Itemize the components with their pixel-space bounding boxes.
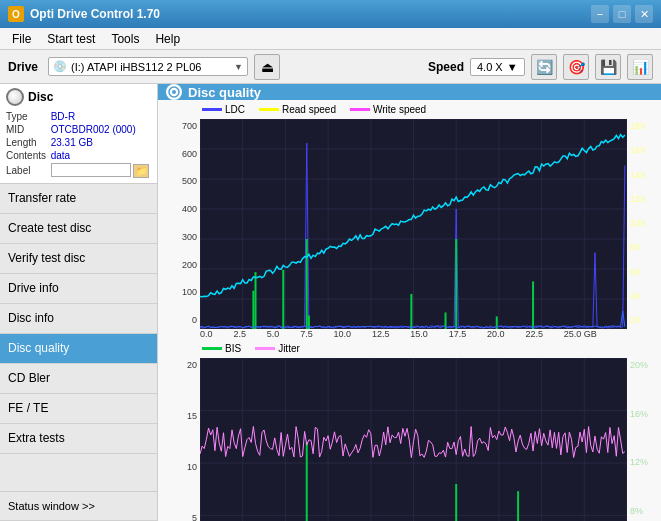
refresh-button[interactable]: 🔄 bbox=[531, 54, 557, 80]
svg-point-1 bbox=[172, 90, 176, 94]
chart2-y-axis: 20 15 10 5 bbox=[162, 358, 200, 521]
contents-label: Contents bbox=[6, 149, 51, 162]
chart1-canvas bbox=[200, 119, 627, 329]
mid-value: OTCBDR002 (000) bbox=[51, 123, 151, 136]
drive-icon: 💿 bbox=[53, 60, 67, 73]
chart1-legend: LDC Read speed Write speed bbox=[162, 104, 657, 115]
type-value: BD-R bbox=[51, 110, 151, 123]
speed-value: 4.0 X bbox=[477, 61, 503, 73]
cd-bler-label: CD Bler bbox=[8, 371, 50, 385]
nav-transfer-rate[interactable]: Transfer rate bbox=[0, 184, 157, 214]
app-title: Opti Drive Control 1.70 bbox=[30, 7, 160, 21]
nav-disc-info[interactable]: Disc info bbox=[0, 304, 157, 334]
disc-quality-icon bbox=[166, 84, 182, 100]
write-speed-label: Write speed bbox=[373, 104, 426, 115]
disc-section-label: Disc bbox=[28, 90, 53, 104]
label-field-cell: 📁 bbox=[51, 162, 151, 179]
disc-quality-label: Disc quality bbox=[8, 341, 69, 355]
disc-icon bbox=[6, 88, 24, 106]
bis-label: BIS bbox=[225, 343, 241, 354]
eject-button[interactable]: ⏏ bbox=[254, 54, 280, 80]
type-label: Type bbox=[6, 110, 51, 123]
legend-read-speed: Read speed bbox=[259, 104, 336, 115]
create-test-disc-label: Create test disc bbox=[8, 221, 91, 235]
disc-info-panel: Disc Type BD-R MID OTCBDR002 (000) Lengt… bbox=[0, 84, 157, 184]
status-window-label: Status window >> bbox=[8, 500, 95, 512]
toolbar: Drive 💿 (I:) ATAPI iHBS112 2 PL06 ▼ ⏏ Sp… bbox=[0, 50, 661, 84]
drive-label: Drive bbox=[8, 60, 38, 74]
write-speed-color bbox=[350, 108, 370, 111]
mid-label: MID bbox=[6, 123, 51, 136]
content-title: Disc quality bbox=[188, 85, 261, 100]
read-speed-color bbox=[259, 108, 279, 111]
title-controls: − □ ✕ bbox=[591, 5, 653, 23]
drive-info-label: Drive info bbox=[8, 281, 59, 295]
speed-label: Speed bbox=[428, 60, 464, 74]
charts-area: LDC Read speed Write speed 700 600 500 4… bbox=[158, 100, 661, 521]
maximize-button[interactable]: □ bbox=[613, 5, 631, 23]
ldc-label: LDC bbox=[225, 104, 245, 115]
read-speed-label: Read speed bbox=[282, 104, 336, 115]
nav-cd-bler[interactable]: CD Bler bbox=[0, 364, 157, 394]
verify-test-disc-label: Verify test disc bbox=[8, 251, 85, 265]
speed-select[interactable]: 4.0 X ▼ bbox=[470, 58, 525, 76]
legend-write-speed: Write speed bbox=[350, 104, 426, 115]
title-bar-left: O Opti Drive Control 1.70 bbox=[8, 6, 160, 22]
chart1-y-axis: 700 600 500 400 300 200 100 0 bbox=[162, 119, 200, 339]
disc-info-label: Disc info bbox=[8, 311, 54, 325]
legend-ldc: LDC bbox=[202, 104, 245, 115]
chart2-wrapper: 20 15 10 5 0.0 2.5 5.0 7.5 10.0 12.5 bbox=[162, 358, 657, 521]
jitter-color bbox=[255, 347, 275, 350]
chart2-legend: BIS Jitter bbox=[162, 343, 657, 354]
drive-dropdown-arrow: ▼ bbox=[234, 62, 243, 72]
chart1-x-labels: 0.0 2.5 5.0 7.5 10.0 12.5 15.0 17.5 20.0… bbox=[200, 329, 627, 339]
status-window-button[interactable]: Status window >> bbox=[0, 491, 157, 521]
label-input[interactable] bbox=[51, 163, 131, 177]
ldc-color bbox=[202, 108, 222, 111]
nav-verify-test-disc[interactable]: Verify test disc bbox=[0, 244, 157, 274]
sidebar: Disc Type BD-R MID OTCBDR002 (000) Lengt… bbox=[0, 84, 158, 521]
length-label: Length bbox=[6, 136, 51, 149]
title-bar: O Opti Drive Control 1.70 − □ ✕ bbox=[0, 0, 661, 28]
nav-fe-te[interactable]: FE / TE bbox=[0, 394, 157, 424]
transfer-rate-label: Transfer rate bbox=[8, 191, 76, 205]
app-icon: O bbox=[8, 6, 24, 22]
menu-tools[interactable]: Tools bbox=[103, 30, 147, 48]
label-folder-button[interactable]: 📁 bbox=[133, 164, 149, 178]
menu-help[interactable]: Help bbox=[147, 30, 188, 48]
chart1-y-axis-right: 18X 16X 14X 12X 10X 8X 6X 4X 2X bbox=[627, 119, 657, 339]
label-label: Label bbox=[6, 162, 51, 179]
menu-file[interactable]: File bbox=[4, 30, 39, 48]
disc-fields: Type BD-R MID OTCBDR002 (000) Length 23.… bbox=[6, 110, 151, 179]
legend-bis: BIS bbox=[202, 343, 241, 354]
chart1-canvas-wrapper: 0.0 2.5 5.0 7.5 10.0 12.5 15.0 17.5 20.0… bbox=[200, 119, 627, 339]
disc-section-header: Disc bbox=[6, 88, 151, 106]
nav-extra-tests[interactable]: Extra tests bbox=[0, 424, 157, 454]
chart2-canvas bbox=[200, 358, 627, 521]
nav-items: Transfer rate Create test disc Verify te… bbox=[0, 184, 157, 454]
main-layout: Disc Type BD-R MID OTCBDR002 (000) Lengt… bbox=[0, 84, 661, 521]
length-value: 23.31 GB bbox=[51, 136, 151, 149]
chart1-wrapper: 700 600 500 400 300 200 100 0 0.0 2.5 5.… bbox=[162, 119, 657, 339]
chart2-y-axis-right: 20% 16% 12% 8% 4% bbox=[627, 358, 657, 521]
menu-bar: File Start test Tools Help bbox=[0, 28, 661, 50]
legend-jitter: Jitter bbox=[255, 343, 300, 354]
content-area: Disc quality LDC Read speed Write speed bbox=[158, 84, 661, 521]
chart-button[interactable]: 📊 bbox=[627, 54, 653, 80]
nav-disc-quality[interactable]: Disc quality bbox=[0, 334, 157, 364]
speed-arrow: ▼ bbox=[507, 61, 518, 73]
drive-select[interactable]: 💿 (I:) ATAPI iHBS112 2 PL06 ▼ bbox=[48, 57, 248, 76]
drive-value: (I:) ATAPI iHBS112 2 PL06 bbox=[71, 61, 230, 73]
nav-drive-info[interactable]: Drive info bbox=[0, 274, 157, 304]
extra-tests-label: Extra tests bbox=[8, 431, 65, 445]
chart2-canvas-wrapper: 0.0 2.5 5.0 7.5 10.0 12.5 15.0 17.5 20.0… bbox=[200, 358, 627, 521]
target-button[interactable]: 🎯 bbox=[563, 54, 589, 80]
close-button[interactable]: ✕ bbox=[635, 5, 653, 23]
content-header: Disc quality bbox=[158, 84, 661, 100]
save-button[interactable]: 💾 bbox=[595, 54, 621, 80]
minimize-button[interactable]: − bbox=[591, 5, 609, 23]
bis-color bbox=[202, 347, 222, 350]
nav-create-test-disc[interactable]: Create test disc bbox=[0, 214, 157, 244]
menu-start-test[interactable]: Start test bbox=[39, 30, 103, 48]
fe-te-label: FE / TE bbox=[8, 401, 48, 415]
